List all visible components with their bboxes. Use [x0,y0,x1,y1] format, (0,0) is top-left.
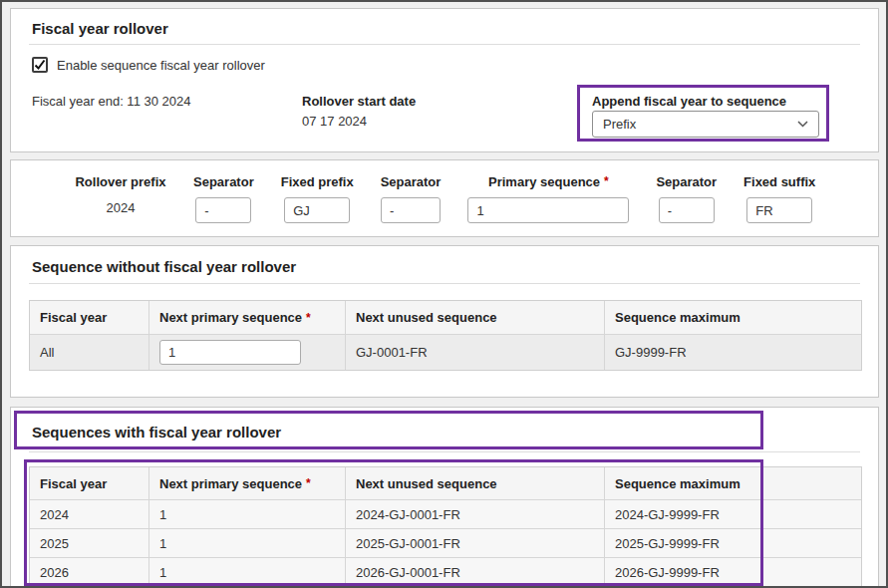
sequences-with-rollover-card: Sequences with fiscal year rollover Fisc… [10,407,879,588]
rollover-start-date-label: Rollover start date [302,94,416,109]
separator-input-2[interactable] [381,197,441,223]
header-next-primary-text: Next primary sequence [159,310,302,325]
sequence-without-rollover-table: Fiscal year Next primary sequence* Next … [29,300,862,371]
header-sequence-maximum: Sequence maximum [605,301,861,335]
append-fiscal-year-label: Append fiscal year to sequence [592,94,786,109]
field-separator-2: Separator [381,174,442,223]
fiscal-year-cell: 2025 [30,529,149,558]
header-fiscal-year: Fiscal year [30,467,149,500]
header-next-unused-sequence: Next unused sequence [346,467,605,500]
next-primary-cell: 1 [149,500,346,529]
enable-rollover-row: Enable sequence fiscal year rollover [32,57,265,73]
fiscal-year-rollover-page: Fiscal year rollover Enable sequence fis… [0,0,888,588]
rollover-settings-card: Fiscal year rollover Enable sequence fis… [10,8,879,152]
header-next-primary-text: Next primary sequence [159,476,302,491]
chevron-down-icon [797,121,808,128]
next-primary-cell: 1 [149,529,346,558]
page-title: Fiscal year rollover [32,20,168,37]
separator-label-2: Separator [381,174,442,189]
field-rollover-prefix: Rollover prefix 2024 [75,174,166,215]
next-unused-cell: 2026-GJ-0001-FR [346,558,605,587]
sequence-format-card: Rollover prefix 2024 Separator Fixed pre… [10,159,879,237]
sequence-without-rollover-card: Sequence without fiscal year rollover Fi… [10,245,879,398]
sequences-with-rollover-table: Fiscal year Next primary sequence* Next … [29,466,862,588]
with-rollover-title: Sequences with fiscal year rollover [32,424,281,441]
fixed-suffix-label: Fixed suffix [743,174,815,189]
fiscal-year-end-text: Fiscal year end: 11 30 2024 [32,94,190,109]
sequence-maximum-cell: GJ-9999-FR [605,335,861,370]
field-fixed-prefix: Fixed prefix [281,174,354,223]
header-next-unused-sequence: Next unused sequence [346,301,605,335]
primary-sequence-label: Primary sequence* [488,174,609,189]
rollover-prefix-label: Rollover prefix [75,174,165,189]
field-separator-1: Separator [193,174,254,223]
sequence-maximum-cell: 2026-GJ-9999-FR [605,558,861,587]
sequence-maximum-cell: 2025-GJ-9999-FR [605,529,861,558]
header-next-primary-sequence: Next primary sequence* [149,301,346,335]
separator-label-3: Separator [656,174,717,189]
next-unused-cell: 2025-GJ-0001-FR [346,529,605,558]
without-rollover-title: Sequence without fiscal year rollover [32,258,296,275]
header-next-primary-sequence: Next primary sequence* [149,467,346,500]
append-fiscal-year-select[interactable]: Prefix [592,111,819,138]
next-primary-cell [149,335,346,370]
section-divider [29,283,860,284]
enable-rollover-checkbox[interactable] [32,57,48,73]
separator-label-1: Separator [193,174,254,189]
next-primary-sequence-input[interactable] [159,340,301,365]
next-unused-cell: GJ-0001-FR [346,335,605,370]
field-fixed-suffix: Fixed suffix [743,174,815,223]
rollover-prefix-value: 2024 [107,197,136,215]
enable-rollover-label: Enable sequence fiscal year rollover [57,58,265,73]
required-marker: * [604,174,609,188]
section-divider [29,451,860,452]
required-marker: * [306,311,311,325]
fiscal-year-cell: All [30,335,149,370]
fixed-prefix-label: Fixed prefix [281,174,354,189]
rollover-start-date-value: 07 17 2024 [302,114,367,129]
field-primary-sequence: Primary sequence* [467,174,629,223]
fiscal-year-cell: 2026 [30,558,149,587]
next-unused-cell: 2024-GJ-0001-FR [346,500,605,529]
primary-sequence-input[interactable] [467,197,629,223]
header-fiscal-year: Fiscal year [30,301,149,335]
next-primary-cell: 1 [149,558,346,587]
separator-input-1[interactable] [195,197,251,223]
section-divider [29,44,860,45]
fixed-suffix-input[interactable] [746,197,812,223]
sequence-format-fields: Rollover prefix 2024 Separator Fixed pre… [75,174,815,223]
required-marker: * [306,476,311,490]
checkmark-icon [34,59,46,71]
field-separator-3: Separator [656,174,717,223]
separator-input-3[interactable] [659,197,715,223]
fixed-prefix-input[interactable] [284,197,350,223]
primary-sequence-label-text: Primary sequence [488,174,600,189]
sequence-maximum-cell: 2024-GJ-9999-FR [605,500,861,529]
append-fiscal-year-selected-value: Prefix [603,117,636,132]
fiscal-year-cell: 2024 [30,500,149,529]
header-sequence-maximum: Sequence maximum [605,467,861,500]
